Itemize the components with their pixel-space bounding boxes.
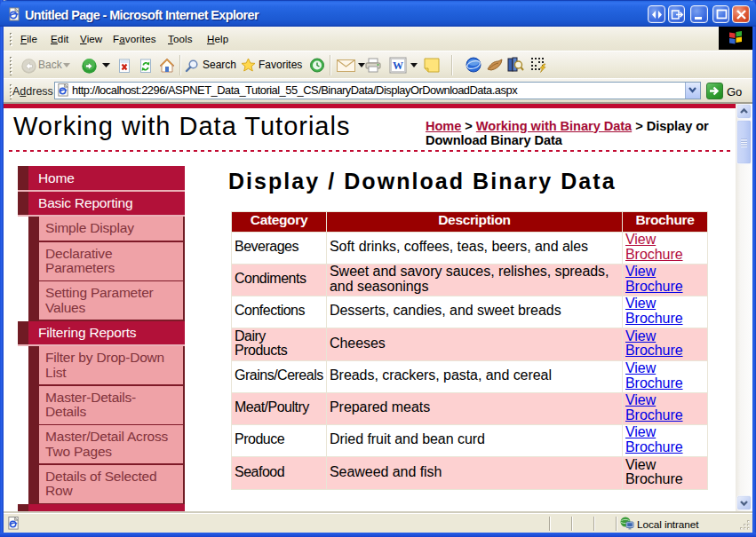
svg-text:W: W	[393, 59, 403, 72]
